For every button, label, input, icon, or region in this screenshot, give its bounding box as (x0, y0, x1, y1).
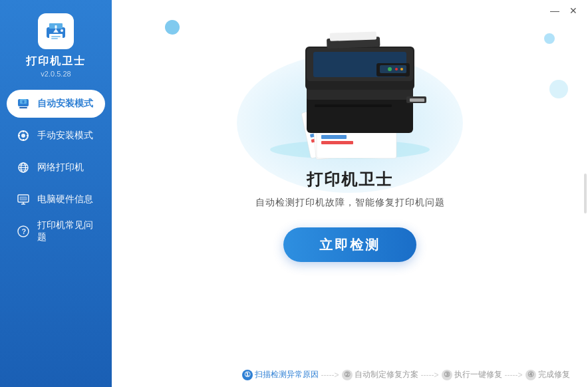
step-4-label: 完成修复 (538, 369, 570, 380)
deco-circle-2 (544, 33, 555, 44)
main-content: 打印机卫士 自动检测打印机故障，智能修复打印机问题 立即检测 ① 扫描检测异常原… (112, 0, 588, 387)
svg-rect-11 (23, 100, 25, 103)
step-arrow-2: -----> (421, 370, 439, 380)
nav-label-faq: 打印机常见问题 (37, 219, 96, 243)
step-arrow-3: -----> (505, 370, 523, 380)
svg-rect-12 (19, 107, 27, 108)
svg-rect-4 (51, 38, 58, 39)
svg-rect-60 (315, 104, 392, 107)
content-center: 打印机卫士 自动检测打印机故障，智能修复打印机问题 立即检测 (255, 169, 445, 262)
settings-icon (16, 128, 31, 143)
svg-rect-27 (20, 197, 27, 200)
download-icon (16, 96, 31, 111)
printer-svg (253, 27, 446, 160)
printer-illustration (253, 27, 446, 162)
nav-label-auto-install: 自动安装模式 (37, 98, 93, 110)
nav-label-manual-install: 手动安装模式 (37, 130, 93, 142)
svg-rect-3 (51, 36, 61, 37)
nav-label-network-printer: 网络打印机 (37, 162, 84, 174)
nav-label-pc-hardware: 电脑硬件信息 (37, 194, 93, 205)
detect-button[interactable]: 立即检测 (283, 227, 416, 262)
svg-rect-7 (55, 25, 57, 29)
sidebar: 打印机卫士 v2.0.5.28 自动安装模式 手 (0, 0, 112, 387)
title-bar: — ✕ (0, 0, 588, 21)
nav-item-pc-hardware[interactable]: 电脑硬件信息 (7, 186, 105, 213)
help-icon: ? (16, 224, 31, 239)
main-heading: 打印机卫士 (307, 169, 393, 190)
step-2-label: 自动制定修复方案 (355, 369, 418, 380)
network-icon (16, 160, 31, 175)
step-2: ② 自动制定修复方案 (342, 369, 418, 380)
svg-rect-45 (321, 135, 347, 139)
step-3: ③ 执行一键修复 (442, 369, 502, 380)
svg-rect-46 (321, 141, 353, 144)
svg-rect-59 (330, 31, 376, 41)
logo-svg (44, 19, 68, 43)
svg-point-5 (61, 29, 63, 32)
svg-text:?: ? (22, 227, 27, 235)
computer-icon (16, 192, 31, 207)
logo-area: 打印机卫士 v2.0.5.28 (26, 13, 86, 78)
deco-circle-1 (165, 20, 180, 35)
svg-point-57 (400, 68, 403, 70)
step-1-label: 扫描检测异常原因 (255, 369, 319, 380)
step-2-num: ② (342, 370, 353, 380)
step-4-num: ④ (525, 370, 536, 380)
minimize-button[interactable]: — (545, 1, 564, 20)
steps-bar: ① 扫描检测异常原因 -----> ② 自动制定修复方案 -----> ③ 执行… (223, 369, 588, 380)
step-1-num: ① (242, 370, 253, 380)
main-description: 自动检测打印机故障，智能修复打印机问题 (255, 197, 445, 209)
svg-point-55 (388, 67, 392, 71)
step-arrow-1: -----> (321, 370, 339, 380)
svg-point-14 (21, 134, 25, 138)
nav-item-manual-install[interactable]: 手动安装模式 (7, 122, 105, 150)
nav-item-auto-install[interactable]: 自动安装模式 (7, 90, 105, 118)
nav-item-network-printer[interactable]: 网络打印机 (7, 154, 105, 182)
step-4: ④ 完成修复 (525, 369, 570, 380)
app-version: v2.0.5.28 (41, 70, 71, 78)
step-3-num: ③ (442, 370, 452, 380)
app-title: 打印机卫士 (26, 55, 86, 68)
step-3-label: 执行一键修复 (454, 369, 502, 380)
svg-point-56 (395, 68, 398, 70)
deco-circle-3 (549, 80, 568, 98)
scroll-hint (584, 174, 587, 213)
close-button[interactable]: ✕ (564, 1, 583, 20)
step-1: ① 扫描检测异常原因 (242, 369, 319, 380)
nav-item-faq[interactable]: ? 打印机常见问题 (7, 217, 105, 245)
svg-rect-62 (410, 98, 424, 102)
